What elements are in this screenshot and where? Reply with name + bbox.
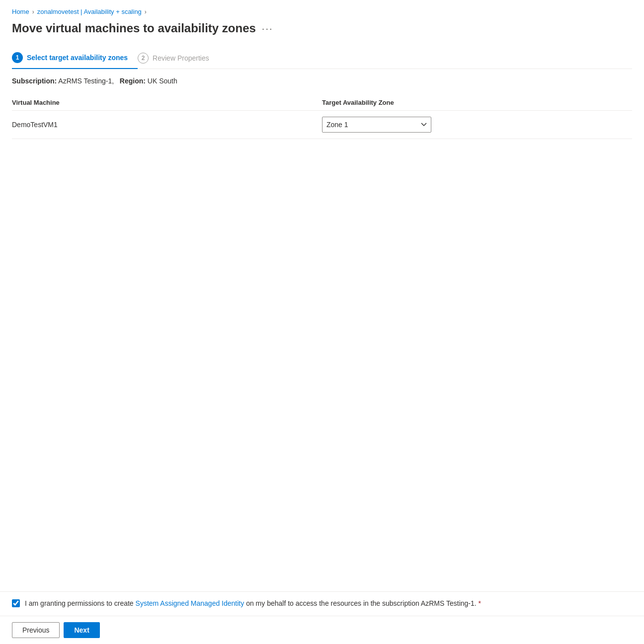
region-label: Region: (120, 77, 146, 85)
region-value: UK South (148, 77, 177, 85)
page-title: Move virtual machines to availability zo… (12, 21, 256, 35)
breadcrumb-home[interactable]: Home (12, 8, 29, 15)
breadcrumb-sep-1: › (32, 8, 34, 15)
step-1-label: Select target availability zones (27, 54, 128, 62)
consent-row: I am granting permissions to create Syst… (0, 592, 644, 616)
zone-cell: Zone 1Zone 2Zone 3 (322, 111, 632, 139)
breadcrumb: Home › zonalmovetest | Availability + sc… (12, 8, 632, 15)
subscription-value: AzRMS Testing-1, (58, 77, 114, 85)
step-2-circle: 2 (138, 53, 149, 64)
page-title-menu-icon[interactable]: ··· (262, 23, 273, 34)
breadcrumb-resource[interactable]: zonalmovetest | Availability + scaling (37, 8, 142, 15)
step-2-label: Review Properties (153, 54, 209, 62)
consent-link[interactable]: System Assigned Managed Identity (136, 599, 244, 607)
zone-select[interactable]: Zone 1Zone 2Zone 3 (322, 117, 431, 133)
breadcrumb-sep-2: › (145, 8, 147, 15)
consent-required-mark: * (479, 599, 481, 607)
consent-text-2: on my behalf to access the resources in … (246, 599, 477, 607)
wizard-step-2[interactable]: 2 Review Properties (138, 48, 219, 69)
consent-checkbox[interactable] (12, 599, 20, 607)
consent-text: I am granting permissions to create Syst… (25, 599, 481, 609)
wizard-step-1[interactable]: 1 Select target availability zones (12, 47, 138, 69)
vm-table: Virtual Machine Target Availability Zone… (12, 95, 632, 139)
page-title-row: Move virtual machines to availability zo… (12, 21, 632, 35)
step-1-circle: 1 (12, 52, 23, 63)
previous-button[interactable]: Previous (12, 622, 60, 638)
next-button[interactable]: Next (64, 622, 99, 638)
col-zone-header: Target Availability Zone (322, 95, 632, 111)
button-row: Previous Next (0, 616, 644, 644)
subscription-info: Subscription: AzRMS Testing-1, Region: U… (12, 77, 632, 85)
subscription-label: Subscription: (12, 77, 57, 85)
vm-name-cell: DemoTestVM1 (12, 111, 322, 139)
table-row: DemoTestVM1Zone 1Zone 2Zone 3 (12, 111, 632, 139)
col-vm-header: Virtual Machine (12, 95, 322, 111)
wizard-steps: 1 Select target availability zones 2 Rev… (12, 47, 632, 69)
footer-area: I am granting permissions to create Syst… (0, 591, 644, 644)
consent-text-1: I am granting permissions to create (25, 599, 134, 607)
